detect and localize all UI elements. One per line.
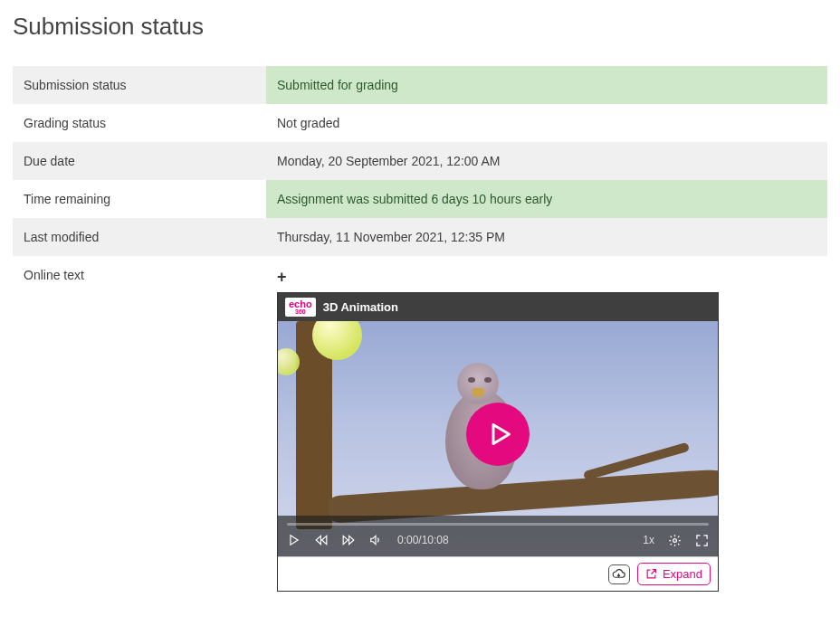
expand-button[interactable]: Expand — [637, 563, 711, 585]
controls-bar: 0:00/10:08 1x — [278, 516, 718, 556]
svg-marker-6 — [371, 536, 376, 544]
play-button[interactable] — [287, 533, 301, 547]
forward-icon — [341, 534, 356, 546]
expand-label: Expand — [663, 567, 702, 581]
svg-marker-1 — [291, 536, 298, 545]
play-overlay-button[interactable] — [466, 403, 530, 466]
fullscreen-button[interactable] — [694, 533, 709, 547]
volume-button[interactable] — [368, 533, 383, 547]
timecode: 0:00/10:08 — [397, 534, 449, 546]
play-icon — [487, 422, 512, 447]
video-player: echo 360 3D Animation — [277, 292, 719, 592]
rewind-button[interactable] — [314, 533, 329, 547]
cloud-download-icon — [612, 568, 625, 580]
gear-icon — [668, 534, 682, 547]
svg-marker-4 — [343, 536, 348, 544]
provider-badge: echo 360 — [285, 298, 316, 317]
label-grading-status: Grading status — [13, 104, 266, 142]
row-due-date: Due date Monday, 20 September 2021, 12:0… — [13, 142, 827, 180]
svg-marker-0 — [493, 424, 510, 443]
volume-icon — [368, 534, 383, 546]
play-icon — [288, 534, 301, 546]
video-title: 3D Animation — [323, 300, 398, 314]
rewind-icon — [314, 534, 329, 546]
row-time-remaining: Time remaining Assignment was submitted … — [13, 180, 827, 218]
scene-element — [457, 363, 499, 404]
expand-plus-icon[interactable]: + — [277, 268, 816, 287]
video-canvas[interactable]: 0:00/10:08 1x — [278, 321, 718, 556]
forward-button[interactable] — [341, 533, 356, 547]
svg-marker-3 — [322, 536, 327, 544]
video-header: echo 360 3D Animation — [278, 293, 718, 321]
value-time-remaining: Assignment was submitted 6 days 10 hours… — [266, 180, 827, 218]
fullscreen-icon — [695, 534, 709, 547]
label-due-date: Due date — [13, 142, 266, 180]
label-last-modified: Last modified — [13, 218, 266, 256]
label-time-remaining: Time remaining — [13, 180, 266, 218]
value-last-modified: Thursday, 11 November 2021, 12:35 PM — [266, 218, 827, 256]
value-submission-status: Submitted for grading — [266, 66, 827, 104]
svg-point-7 — [673, 538, 676, 542]
value-grading-status: Not graded — [266, 104, 827, 142]
controls-left: 0:00/10:08 — [287, 533, 449, 547]
download-button[interactable] — [608, 564, 630, 584]
svg-marker-2 — [316, 536, 320, 544]
scene-element — [472, 388, 484, 397]
value-online-text: + echo 360 3D Animation — [266, 256, 827, 603]
progress-bar[interactable] — [287, 523, 709, 526]
video-footer: Expand — [278, 556, 718, 591]
value-due-date: Monday, 20 September 2021, 12:00 AM — [266, 142, 827, 180]
submission-status-table: Submission status Submitted for grading … — [13, 66, 827, 603]
external-link-icon — [645, 568, 657, 580]
label-online-text: Online text — [13, 256, 266, 603]
row-online-text: Online text + echo 360 3D Animation — [13, 256, 827, 603]
scene-element — [468, 377, 475, 383]
controls-row: 0:00/10:08 1x — [287, 533, 709, 547]
provider-sub: 360 — [289, 308, 312, 315]
controls-right: 1x — [643, 533, 709, 547]
row-submission-status: Submission status Submitted for grading — [13, 66, 827, 104]
settings-button[interactable] — [667, 533, 682, 547]
label-submission-status: Submission status — [13, 66, 266, 104]
svg-marker-5 — [349, 536, 354, 544]
page-title: Submission status — [13, 13, 827, 41]
row-grading-status: Grading status Not graded — [13, 104, 827, 142]
row-last-modified: Last modified Thursday, 11 November 2021… — [13, 218, 827, 256]
scene-element — [484, 377, 492, 383]
playback-speed[interactable]: 1x — [643, 534, 654, 546]
